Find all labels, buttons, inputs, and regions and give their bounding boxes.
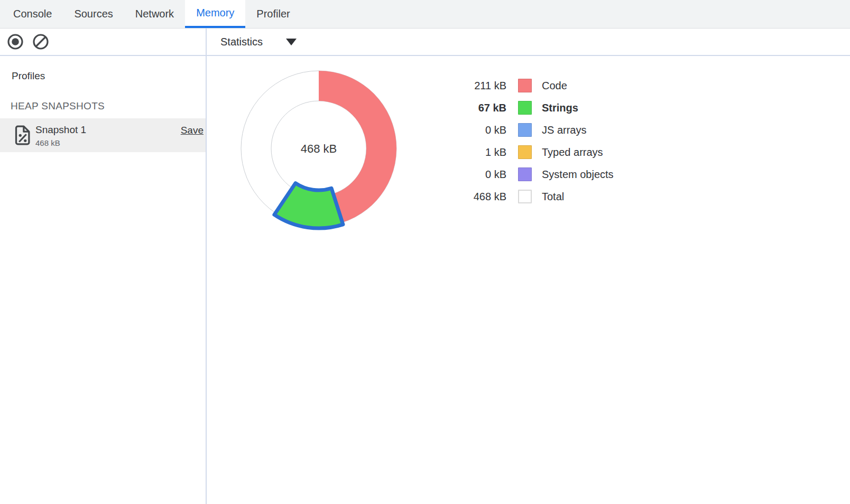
- legend-value: 211 kB: [439, 80, 506, 92]
- legend-row-strings[interactable]: 67 kBStrings: [439, 97, 614, 119]
- legend-value: 0 kB: [439, 169, 506, 181]
- heap-snapshots-section-title: HEAP SNAPSHOTS: [11, 100, 105, 112]
- legend: 211 kBCode67 kBStrings0 kBJS arrays1 kBT…: [439, 74, 614, 208]
- snapshot-size: 468 kB: [35, 138, 60, 147]
- perspective-select[interactable]: Statistics: [220, 29, 297, 55]
- chevron-down-icon: [286, 39, 297, 45]
- perspective-select-value: Statistics: [220, 36, 263, 48]
- legend-value: 468 kB: [439, 191, 506, 203]
- legend-label: Typed arrays: [542, 146, 603, 158]
- legend-row-js-arrays[interactable]: 0 kBJS arrays: [439, 119, 614, 141]
- legend-label: Strings: [542, 102, 578, 114]
- tab-network[interactable]: Network: [124, 0, 185, 28]
- sidebar-item-snapshot-1[interactable]: Snapshot 1 468 kB Save: [0, 118, 206, 152]
- heap-snapshot-file-icon: [15, 125, 31, 145]
- sidebar-divider[interactable]: [206, 29, 207, 504]
- tab-console[interactable]: Console: [2, 0, 63, 28]
- devtools-memory-panel: Console Sources Network Memory Profiler …: [0, 0, 850, 504]
- legend-row-typed-arrays[interactable]: 1 kBTyped arrays: [439, 141, 614, 163]
- tab-profiler[interactable]: Profiler: [245, 0, 301, 28]
- legend-swatch-js-arrays: [518, 123, 532, 137]
- donut-chart-svg: 468 kB: [237, 67, 402, 231]
- legend-row-total[interactable]: 468 kBTotal: [439, 185, 614, 208]
- legend-swatch-strings: [518, 101, 532, 115]
- save-snapshot-link[interactable]: Save: [181, 125, 204, 136]
- legend-swatch-code: [518, 79, 532, 92]
- snapshot-name: Snapshot 1: [35, 124, 86, 136]
- statistics-donut-chart: 468 kB: [237, 67, 402, 231]
- legend-label: Total: [542, 191, 564, 203]
- legend-swatch-system-objects: [518, 167, 532, 181]
- devtools-tab-bar: Console Sources Network Memory Profiler: [0, 0, 850, 29]
- block-icon: [32, 33, 49, 50]
- legend-row-code[interactable]: 211 kBCode: [439, 74, 614, 97]
- legend-label: JS arrays: [542, 124, 586, 136]
- legend-swatch-typed-arrays: [518, 145, 532, 159]
- legend-value: 1 kB: [439, 146, 506, 158]
- record-icon: [7, 33, 24, 50]
- tab-sources[interactable]: Sources: [63, 0, 124, 28]
- legend-row-system-objects[interactable]: 0 kBSystem objects: [439, 163, 614, 185]
- legend-value: 67 kB: [439, 102, 506, 114]
- donut-center-label: 468 kB: [301, 142, 337, 155]
- legend-label: System objects: [542, 169, 614, 181]
- donut-slice-strings[interactable]: [274, 183, 343, 228]
- legend-swatch-total: [518, 190, 532, 203]
- profiles-title: Profiles: [12, 70, 45, 82]
- record-heap-snapshot-button[interactable]: [6, 33, 24, 51]
- legend-label: Code: [542, 80, 567, 92]
- legend-value: 0 kB: [439, 124, 506, 136]
- tab-memory[interactable]: Memory: [185, 0, 245, 28]
- clear-profiles-button[interactable]: [32, 33, 50, 51]
- memory-toolbar: Statistics: [0, 29, 850, 56]
